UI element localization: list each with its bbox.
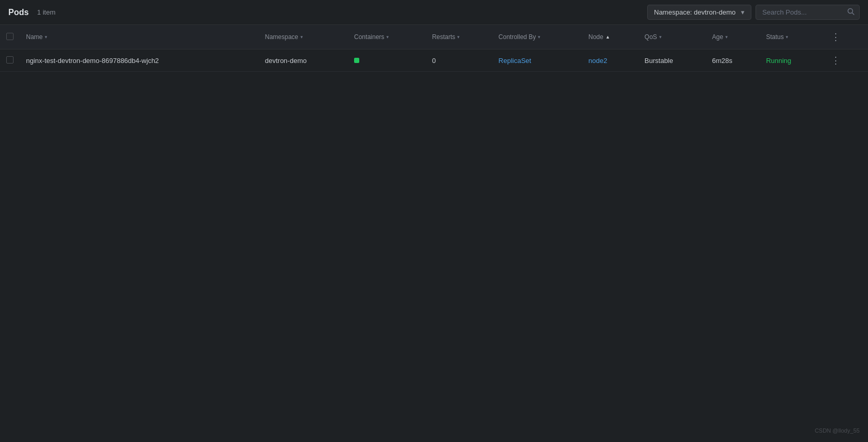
row-restarts-cell: 0 [426,49,493,72]
node-link[interactable]: node2 [588,57,607,65]
search-container [756,5,860,20]
th-namespace[interactable]: Namespace ▾ [259,25,348,49]
sort-namespace-icon: ▾ [300,34,303,40]
header-left: Pods 1 item [8,8,56,17]
row-name-cell: nginx-test-devtron-demo-8697886db4-wjch2 [20,49,259,72]
table-header: Name ▾ Namespace ▾ Containers ▾ [0,25,868,49]
search-input[interactable] [756,5,860,20]
th-checkbox[interactable] [0,25,20,49]
sort-age-icon: ▾ [725,34,728,40]
select-all-checkbox[interactable] [6,33,14,40]
row-more-options-button[interactable]: ⋮ [828,55,844,66]
row-qos-cell: Burstable [638,49,706,72]
th-node[interactable]: Node ▲ [582,25,638,49]
svg-line-1 [852,13,854,15]
container-status-indicator [354,58,359,63]
sort-node-icon: ▲ [606,34,610,40]
sort-containers-icon: ▾ [386,34,389,40]
row-status-cell: Running [760,49,822,72]
row-actions-cell: ⋮ [822,49,868,72]
item-count: 1 item [37,8,55,16]
footer-attribution: CSDN @llody_55 [815,427,860,434]
chevron-down-icon: ▾ [741,8,745,16]
sort-restarts-icon: ▾ [457,34,460,40]
th-name[interactable]: Name ▾ [20,25,259,49]
namespace-selector-label: Namespace: devtron-demo [654,8,736,16]
row-checkbox-cell[interactable] [0,49,20,72]
row-controlled-by-cell: ReplicaSet [492,49,582,72]
pods-table: Name ▾ Namespace ▾ Containers ▾ [0,25,868,72]
row-age-cell: 6m28s [706,49,760,72]
pod-qos: Burstable [645,57,673,65]
th-status[interactable]: Status ▾ [760,25,822,49]
th-containers[interactable]: Containers ▾ [348,25,426,49]
row-containers-cell [348,49,426,72]
th-restarts[interactable]: Restarts ▾ [426,25,493,49]
th-age[interactable]: Age ▾ [706,25,760,49]
sort-controlled-by-icon: ▾ [538,34,540,40]
pod-status: Running [766,57,791,65]
pod-age: 6m28s [712,57,733,65]
sort-name-icon: ▾ [45,34,47,40]
sort-status-icon: ▾ [786,34,788,40]
sort-qos-icon: ▾ [659,34,662,40]
search-icon [847,8,854,17]
header-right: Namespace: devtron-demo ▾ [647,5,860,20]
header-more-options-button[interactable]: ⋮ [828,30,844,44]
row-checkbox[interactable] [6,56,14,64]
th-qos[interactable]: QoS ▾ [638,25,706,49]
th-controlled-by[interactable]: Controlled By ▾ [492,25,582,49]
table-row: nginx-test-devtron-demo-8697886db4-wjch2… [0,49,868,72]
pod-restarts: 0 [432,57,436,65]
pod-name: nginx-test-devtron-demo-8697886db4-wjch2 [26,57,159,65]
table-body: nginx-test-devtron-demo-8697886db4-wjch2… [0,49,868,72]
header-bar: Pods 1 item Namespace: devtron-demo ▾ [0,0,868,25]
pod-namespace: devtron-demo [265,57,307,65]
page-title: Pods [8,8,29,17]
pods-table-container: Name ▾ Namespace ▾ Containers ▾ [0,25,868,72]
controlled-by-link[interactable]: ReplicaSet [498,57,531,65]
row-namespace-cell: devtron-demo [259,49,348,72]
row-node-cell: node2 [582,49,638,72]
namespace-selector[interactable]: Namespace: devtron-demo ▾ [647,5,751,20]
th-actions: ⋮ [822,25,868,49]
